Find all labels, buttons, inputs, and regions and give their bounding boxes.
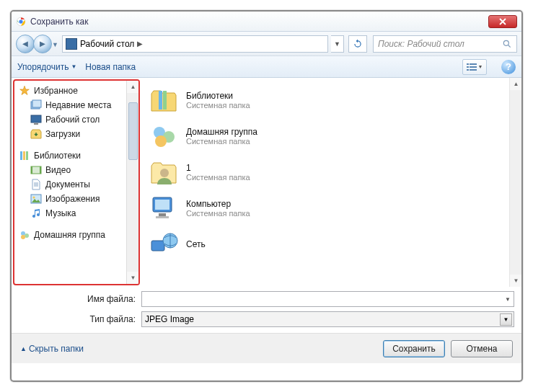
svg-point-29 <box>160 169 169 177</box>
computer-icon <box>149 193 179 223</box>
sidebar-item-pictures[interactable]: Изображения <box>14 192 138 206</box>
star-icon <box>19 85 30 97</box>
filetype-label: Тип файла: <box>19 314 141 324</box>
svg-point-23 <box>21 235 25 239</box>
search-icon <box>502 39 512 49</box>
sidebar-scrollbar[interactable]: ▲ ▼ <box>126 81 138 284</box>
chevron-down-icon: ▼ <box>71 63 76 70</box>
cancel-button[interactable]: Отмена <box>451 340 513 357</box>
svg-rect-11 <box>31 115 41 122</box>
chevron-right-icon: ▶ <box>137 40 143 48</box>
homegroup-icon <box>19 229 30 241</box>
svg-point-1 <box>19 19 22 23</box>
nav-row: ◄ ► ▼ Рабочий стол ▶ ▼ Поиск: Рабочий ст… <box>12 32 521 56</box>
svg-rect-24 <box>159 91 162 110</box>
svg-rect-15 <box>26 151 28 160</box>
forward-button[interactable]: ► <box>33 35 52 53</box>
svg-point-2 <box>503 40 508 45</box>
chevron-down-icon[interactable]: ▼ <box>505 296 511 303</box>
svg-rect-13 <box>20 151 22 160</box>
downloads-icon <box>30 128 42 140</box>
refresh-button[interactable] <box>348 35 367 53</box>
scroll-up-icon[interactable]: ▲ <box>127 81 139 93</box>
chevron-up-icon: ▲ <box>20 345 27 352</box>
list-item[interactable]: 1Системная папка <box>144 154 519 190</box>
list-item[interactable]: КомпьютерСистемная папка <box>144 190 519 226</box>
chevron-down-icon: ▼ <box>478 64 483 69</box>
svg-point-20 <box>33 197 35 199</box>
scroll-down-icon[interactable]: ▼ <box>510 275 521 287</box>
svg-rect-6 <box>470 66 477 68</box>
homegroup-icon <box>149 121 179 151</box>
sidebar-homegroup-header[interactable]: Домашняя группа <box>14 228 138 242</box>
libraries-icon <box>149 85 179 115</box>
breadcrumb[interactable]: Рабочий стол ▶ <box>62 35 328 53</box>
sidebar-libraries-header[interactable]: Библиотеки <box>14 148 138 163</box>
svg-rect-32 <box>159 213 166 216</box>
help-button[interactable]: ? <box>501 60 516 74</box>
svg-rect-3 <box>467 63 469 65</box>
svg-rect-16 <box>31 166 41 174</box>
close-button[interactable] <box>488 15 517 28</box>
view-icon <box>467 63 477 71</box>
sidebar-item-downloads[interactable]: Загрузки <box>14 127 138 141</box>
chevron-down-icon[interactable]: ▼ <box>500 313 512 326</box>
svg-rect-8 <box>470 69 477 71</box>
refresh-icon <box>353 39 363 49</box>
sidebar-item-video[interactable]: Видео <box>14 163 138 177</box>
list-item[interactable]: Сеть <box>144 226 519 262</box>
sidebar-item-recent[interactable]: Недавние места <box>14 98 138 112</box>
app-icon <box>16 17 26 27</box>
toolbar: Упорядочить▼ Новая папка ▼ ? <box>12 56 521 78</box>
svg-rect-4 <box>470 63 477 65</box>
svg-rect-12 <box>34 123 38 125</box>
nav-buttons: ◄ ► ▼ <box>16 34 59 54</box>
file-list[interactable]: БиблиотекиСистемная папка Домашняя групп… <box>141 78 521 287</box>
svg-rect-14 <box>23 151 25 160</box>
svg-rect-10 <box>32 100 41 107</box>
save-button[interactable]: Сохранить <box>383 340 445 357</box>
body: Избранное Недавние места Рабочий стол За… <box>12 78 521 287</box>
svg-rect-17 <box>31 166 32 174</box>
search-input[interactable]: Поиск: Рабочий стол <box>373 35 517 53</box>
svg-rect-5 <box>467 66 469 68</box>
desktop-icon <box>66 38 77 50</box>
save-dialog: Сохранить как ◄ ► ▼ Рабочий стол ▶ ▼ Пои… <box>10 10 523 382</box>
hide-folders-button[interactable]: ▲ Скрыть папки <box>20 344 84 354</box>
filename-label: Имя файла: <box>19 294 141 304</box>
user-folder-icon <box>149 157 179 187</box>
scroll-down-icon[interactable]: ▼ <box>127 272 139 284</box>
filetype-combo[interactable]: JPEG Image ▼ <box>141 311 514 327</box>
breadcrumb-location: Рабочий стол <box>80 39 134 49</box>
sidebar-item-documents[interactable]: Документы <box>14 177 138 192</box>
form: Имя файла: ▼ Тип файла: JPEG Image ▼ <box>12 287 521 333</box>
network-icon <box>149 229 179 259</box>
sidebar-item-desktop[interactable]: Рабочий стол <box>14 112 138 127</box>
scroll-up-icon[interactable]: ▲ <box>510 78 521 90</box>
scroll-thumb[interactable] <box>128 102 138 160</box>
svg-rect-31 <box>155 200 169 210</box>
search-placeholder: Поиск: Рабочий стол <box>378 39 464 49</box>
music-icon <box>30 208 42 219</box>
window-title: Сохранить как <box>30 17 88 27</box>
main-scrollbar[interactable]: ▲ ▼ <box>509 78 521 287</box>
view-button[interactable]: ▼ <box>462 59 487 75</box>
filename-field[interactable]: ▼ <box>141 291 514 307</box>
history-dropdown[interactable]: ▼ <box>52 41 58 48</box>
sidebar-item-music[interactable]: Музыка <box>14 206 138 220</box>
close-icon <box>499 18 506 25</box>
pictures-icon <box>30 193 42 205</box>
video-icon <box>30 164 42 176</box>
organize-button[interactable]: Упорядочить▼ <box>17 62 76 72</box>
list-item[interactable]: Домашняя группаСистемная папка <box>144 118 519 154</box>
new-folder-button[interactable]: Новая папка <box>85 62 136 72</box>
svg-rect-18 <box>40 166 41 174</box>
back-button[interactable]: ◄ <box>16 35 35 53</box>
desktop-icon <box>30 114 42 125</box>
recent-icon <box>30 99 42 111</box>
breadcrumb-dropdown[interactable]: ▼ <box>331 35 344 53</box>
svg-rect-25 <box>163 91 167 110</box>
sidebar-favorites-header[interactable]: Избранное <box>14 84 138 98</box>
list-item[interactable]: БиблиотекиСистемная папка <box>144 82 519 118</box>
svg-rect-7 <box>467 69 469 71</box>
